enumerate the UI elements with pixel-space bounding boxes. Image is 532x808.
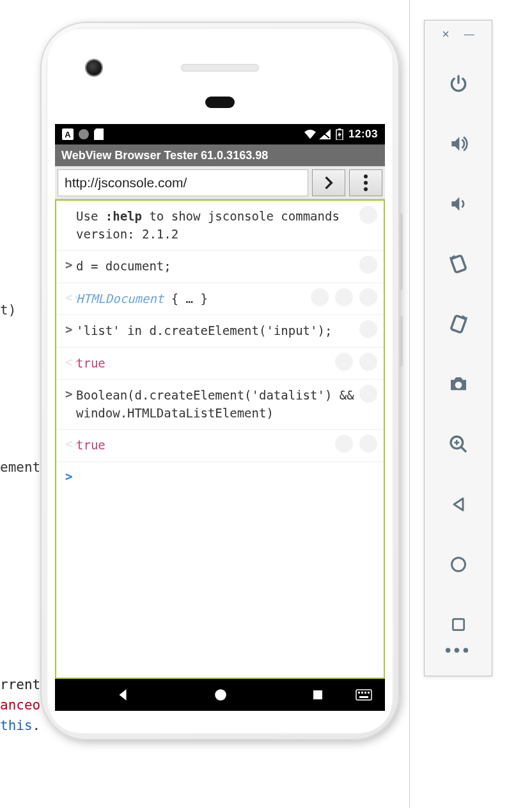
- input-code: Boolean(d.createElement('datalist') && w…: [76, 387, 375, 422]
- status-circle-icon: [79, 129, 89, 139]
- rotate-right-icon: [448, 313, 469, 335]
- console-input-row: > d = document;: [56, 251, 384, 283]
- url-text: http://jsconsole.com/: [65, 175, 187, 190]
- svg-point-3: [215, 689, 226, 701]
- svg-rect-10: [359, 696, 368, 698]
- phone-device-frame: A: [40, 22, 400, 740]
- console-input-row: > 'list' in d.createElement('input');: [56, 315, 384, 348]
- phone-screen: A: [55, 124, 385, 711]
- power-icon: [448, 74, 469, 94]
- console-output-row: <· true: [56, 430, 384, 462]
- bg-this-kw: this: [0, 718, 33, 733]
- close-button[interactable]: ×: [442, 27, 450, 42]
- help-keyword: :help: [106, 209, 142, 223]
- sd-card-icon: [94, 128, 104, 140]
- copy-icon[interactable]: [359, 256, 377, 274]
- svg-rect-8: [364, 692, 366, 694]
- overview-button[interactable]: [447, 613, 470, 636]
- input-prompt-icon: >: [65, 258, 76, 272]
- input-code: d = document;: [76, 258, 375, 276]
- console-active-prompt[interactable]: >: [56, 462, 384, 490]
- home-circle-icon: [450, 556, 467, 573]
- link-icon[interactable]: [335, 353, 353, 371]
- rotate-left-icon: [448, 253, 469, 275]
- console-input-row: > Boolean(d.createElement('datalist') &&…: [56, 380, 384, 430]
- svg-rect-4: [313, 690, 322, 699]
- output-type: HTMLDocument: [76, 291, 164, 306]
- intro-pre: Use: [76, 209, 106, 223]
- app-title-bar: WebView Browser Tester 61.0.3163.98: [55, 144, 385, 166]
- copy-icon[interactable]: [359, 206, 377, 224]
- minimize-button[interactable]: —: [464, 29, 474, 40]
- overview-square-icon: [450, 616, 467, 633]
- svg-rect-11: [451, 255, 466, 272]
- volume-up-icon: [448, 134, 469, 154]
- power-button[interactable]: [447, 72, 470, 95]
- url-input[interactable]: http://jsconsole.com/: [58, 169, 308, 196]
- phone-speaker: [181, 64, 259, 72]
- more-horiz-icon: •••: [445, 640, 471, 660]
- home-button[interactable]: [214, 688, 228, 702]
- svg-point-13: [455, 382, 462, 389]
- back-triangle-icon: [450, 495, 467, 513]
- recents-button[interactable]: [311, 688, 324, 701]
- console-output-row: <· HTMLDocument { … }: [56, 283, 384, 316]
- copy-icon[interactable]: [359, 353, 377, 371]
- search-icon[interactable]: [311, 288, 329, 306]
- status-time: 12:03: [348, 128, 378, 141]
- jsconsole: > Use :help to show jsconsole commands v…: [55, 199, 385, 679]
- battery-icon: [334, 128, 345, 140]
- console-output-row: <· true: [56, 348, 384, 380]
- copy-icon[interactable]: [359, 435, 377, 453]
- input-code: 'list' in d.createElement('input');: [76, 322, 375, 340]
- svg-rect-7: [361, 692, 363, 694]
- link-icon[interactable]: [335, 435, 353, 453]
- more-vert-icon: [364, 175, 368, 191]
- intro-version: version: 2.1.2: [76, 227, 178, 241]
- rotate-left-button[interactable]: [447, 252, 470, 276]
- menu-button[interactable]: [349, 169, 382, 196]
- rotate-right-button[interactable]: [447, 313, 470, 336]
- volume-up-button[interactable]: [447, 132, 470, 155]
- bg-code-fragment: rrent: [0, 677, 40, 692]
- zoom-button[interactable]: [447, 433, 470, 456]
- camera-icon: [448, 374, 469, 394]
- output-value: true: [76, 356, 106, 370]
- svg-line-15: [461, 447, 466, 452]
- more-options-button[interactable]: •••: [425, 640, 492, 660]
- status-bar: A: [55, 124, 385, 144]
- copy-icon[interactable]: [359, 385, 377, 403]
- emulator-toolbar: × — •••: [424, 20, 492, 676]
- svg-rect-5: [356, 690, 372, 700]
- screenshot-button[interactable]: [447, 373, 470, 396]
- input-prompt-icon: >: [65, 322, 76, 336]
- copy-icon[interactable]: [359, 320, 377, 338]
- volume-down-button[interactable]: [447, 192, 470, 215]
- back-button[interactable]: [447, 493, 470, 516]
- keyboard-toggle-icon[interactable]: [356, 689, 372, 701]
- back-button[interactable]: [116, 688, 130, 702]
- bg-code-fragment: t): [0, 302, 16, 318]
- android-nav-bar: [55, 679, 385, 711]
- app-title-text: WebView Browser Tester 61.0.3163.98: [61, 149, 268, 162]
- power-button-physical: [400, 316, 403, 367]
- bg-code-fragment: anceo: [0, 697, 40, 713]
- output-prompt-icon: <·: [65, 437, 76, 451]
- home-button[interactable]: [447, 553, 470, 576]
- link-icon[interactable]: [335, 288, 353, 306]
- svg-rect-6: [358, 692, 360, 694]
- bg-code-fragment: this.: [0, 718, 40, 733]
- svg-rect-9: [368, 692, 370, 694]
- active-prompt-icon: >: [65, 469, 76, 483]
- panel-divider: [409, 0, 410, 808]
- bg-code-fragment: ement: [0, 460, 40, 475]
- output-rest: { … }: [164, 291, 208, 306]
- volume-button: [400, 214, 403, 290]
- svg-point-18: [451, 558, 465, 571]
- output-prompt-icon: <·: [65, 290, 76, 304]
- copy-icon[interactable]: [359, 288, 377, 306]
- output-value: true: [76, 438, 106, 452]
- svg-rect-19: [453, 619, 464, 630]
- wifi-icon: [304, 128, 316, 140]
- go-button[interactable]: [312, 169, 345, 196]
